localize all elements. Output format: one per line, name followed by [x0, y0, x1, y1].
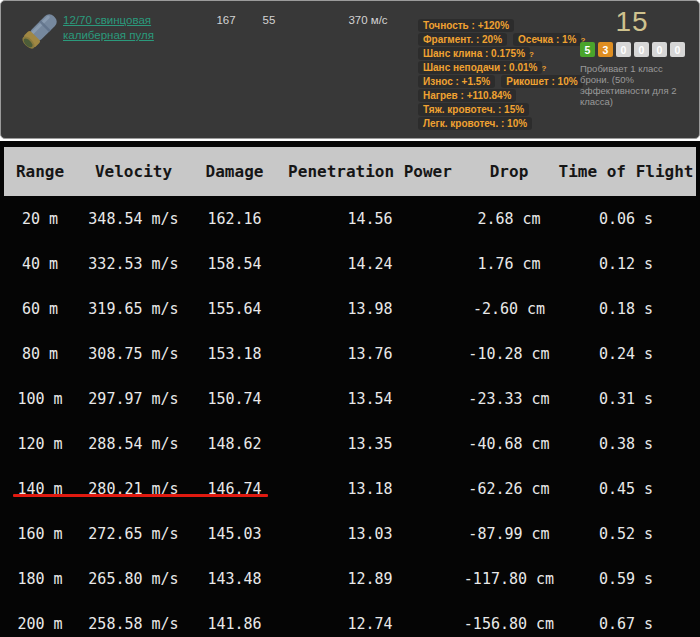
ammo-name-link[interactable]: 12/70 свинцовая калиберная пуля [63, 13, 215, 43]
stat-pill-jam-chance: Шанс клина : 0.175% [418, 47, 530, 60]
armor-class-square: 0 [652, 42, 667, 57]
range-cell: 20 m [4, 210, 76, 228]
velocity-cell: 319.65 m/s [76, 300, 191, 318]
penetration-cell: 13.35 [278, 435, 462, 453]
armor-class-square: 0 [670, 42, 685, 57]
penetration-cell: 14.56 [278, 210, 462, 228]
range-cell: 40 m [4, 255, 76, 273]
armor-class-square: 5 [580, 42, 595, 57]
penetration-cell: 13.18 [278, 480, 462, 498]
stat-pill-misfire: Осечка : 1% [513, 33, 581, 46]
velocity-cell: 288.54 m/s [76, 435, 191, 453]
highlight-underline [13, 494, 268, 497]
damage-cell: 155.64 [191, 300, 278, 318]
damage-cell: 150.74 [191, 390, 278, 408]
column-header-damage: Damage [191, 162, 278, 181]
range-cell: 60 m [4, 300, 76, 318]
velocity-cell: 272.65 m/s [76, 525, 191, 543]
table-row: 100 m 297.97 m/s 150.74 13.54 -23.33 cm … [4, 376, 696, 421]
table-row-highlighted: 140 m 280.21 m/s 146.74 13.18 -62.26 cm … [4, 466, 696, 511]
damage-cell: 162.16 [191, 210, 278, 228]
penetration-value: 15 [580, 6, 684, 38]
stat-pill-wear: Износ : +1.5% [418, 75, 495, 88]
armor-class-square: 0 [616, 42, 631, 57]
table-row: 60 m 319.65 m/s 155.64 13.98 -2.60 cm 0.… [4, 286, 696, 331]
damage-cell: 148.62 [191, 435, 278, 453]
time-of-flight-cell: 0.31 s [556, 390, 696, 408]
drop-cell: -87.99 cm [462, 525, 556, 543]
table-row: 120 m 288.54 m/s 148.62 13.35 -40.68 cm … [4, 421, 696, 466]
column-header-drop: Drop [462, 162, 556, 181]
drop-cell: -117.80 cm [462, 570, 556, 588]
penetration-cell: 12.89 [278, 570, 462, 588]
penetration-cell: 13.03 [278, 525, 462, 543]
shotgun-shell-icon [12, 7, 64, 59]
table-header-row: Range Velocity Damage Penetration Power … [4, 147, 696, 196]
velocity-cell: 265.80 m/s [76, 570, 191, 588]
penetration-cell: 13.76 [278, 345, 462, 363]
time-of-flight-cell: 0.59 s [556, 570, 696, 588]
penetration-cell: 13.54 [278, 390, 462, 408]
drop-cell: 2.68 cm [462, 210, 556, 228]
time-of-flight-cell: 0.24 s [556, 345, 696, 363]
stat-pill-heat: Нагрев : +110.84% [418, 89, 516, 102]
range-cell: 120 m [4, 435, 76, 453]
penetration-description: Пробивает 1 класс брони. (50% эффективно… [580, 63, 693, 107]
time-of-flight-cell: 0.12 s [556, 255, 696, 273]
time-of-flight-cell: 0.06 s [556, 210, 696, 228]
damage-cell: 141.86 [191, 615, 278, 633]
damage-cell: 143.48 [191, 570, 278, 588]
column-header-penetration-power: Penetration Power [278, 162, 462, 181]
column-header-range: Range [4, 162, 76, 181]
stat-value-2: 55 [249, 14, 289, 26]
velocity-cell: 258.58 m/s [76, 615, 191, 633]
time-of-flight-cell: 0.18 s [556, 300, 696, 318]
stat-pill-heavy-bleed: Тяж. кровотеч. : 15% [418, 103, 529, 116]
stat-pill-light-bleed: Легк. кровотеч. : 10% [418, 117, 532, 130]
time-of-flight-cell: 0.67 s [556, 615, 696, 633]
ammo-info-panel: 12/70 свинцовая калиберная пуля 167 55 3… [0, 0, 700, 139]
stat-pill-fragmentation: Фрагмент. : 20% [418, 33, 507, 46]
range-cell: 80 m [4, 345, 76, 363]
drop-cell: -40.68 cm [462, 435, 556, 453]
drop-cell: -62.26 cm [462, 480, 556, 498]
ballistics-table: Range Velocity Damage Penetration Power … [0, 141, 700, 637]
velocity-cell: 308.75 m/s [76, 345, 191, 363]
drop-cell: -2.60 cm [462, 300, 556, 318]
penetration-cell: 13.98 [278, 300, 462, 318]
muzzle-velocity-value: 370 м/с [329, 14, 407, 26]
range-cell: 160 m [4, 525, 76, 543]
table-row: 20 m 348.54 m/s 162.16 14.56 2.68 cm 0.0… [4, 196, 696, 241]
damage-cell: 153.18 [191, 345, 278, 363]
penetration-block: 15 5 3 0 0 0 0 Пробивает 1 класс брони. … [580, 6, 694, 107]
damage-cell: 158.54 [191, 255, 278, 273]
range-cell: 100 m [4, 390, 76, 408]
column-header-velocity: Velocity [76, 162, 191, 181]
time-of-flight-cell: 0.45 s [556, 480, 696, 498]
drop-cell: -10.28 cm [462, 345, 556, 363]
armor-class-square: 0 [634, 42, 649, 57]
damage-cell: 145.03 [191, 525, 278, 543]
armor-class-squares: 5 3 0 0 0 0 [580, 42, 694, 57]
velocity-cell: 297.97 m/s [76, 390, 191, 408]
drop-cell: -156.80 cm [462, 615, 556, 633]
drop-cell: 1.76 cm [462, 255, 556, 273]
ammo-stats-list: Точность : +120% Фрагмент. : 20%Осечка :… [418, 18, 586, 130]
table-row: 200 m 258.58 m/s 141.86 12.74 -156.80 cm… [4, 601, 696, 637]
table-row: 40 m 332.53 m/s 158.54 14.24 1.76 cm 0.1… [4, 241, 696, 286]
drop-cell: -23.33 cm [462, 390, 556, 408]
table-row: 80 m 308.75 m/s 153.18 13.76 -10.28 cm 0… [4, 331, 696, 376]
velocity-cell: 348.54 m/s [76, 210, 191, 228]
column-header-time-of-flight: Time of Flight [556, 162, 696, 181]
help-icon[interactable]: ? [541, 64, 546, 73]
penetration-cell: 14.24 [278, 255, 462, 273]
stat-value-1: 167 [204, 14, 248, 26]
help-icon[interactable]: ? [529, 50, 534, 59]
table-row: 160 m 272.65 m/s 145.03 13.03 -87.99 cm … [4, 511, 696, 556]
stat-pill-feed-failure: Шанс неподачи : 0.01% [418, 61, 542, 74]
penetration-cell: 12.74 [278, 615, 462, 633]
table-row: 180 m 265.80 m/s 143.48 12.89 -117.80 cm… [4, 556, 696, 601]
velocity-cell: 332.53 m/s [76, 255, 191, 273]
stat-pill-accuracy: Точность : +120% [418, 19, 514, 32]
time-of-flight-cell: 0.52 s [556, 525, 696, 543]
